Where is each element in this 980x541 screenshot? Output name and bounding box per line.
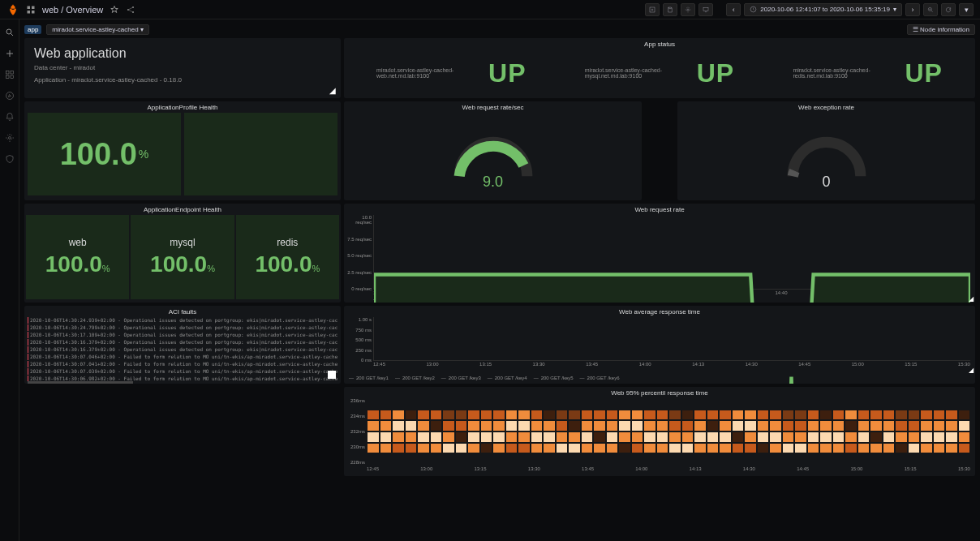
line-chart: [374, 317, 970, 384]
status-value: UP: [905, 58, 942, 88]
explore-icon[interactable]: [5, 91, 15, 101]
faults-log[interactable]: 2020-10-06T14:30:24.939+02:00 - Operatio…: [24, 317, 341, 382]
panel-web-request-rate: Web request rate 10.0 req/sec7.5 req/sec…: [344, 204, 975, 303]
svg-rect-2: [28, 11, 31, 14]
scroll-indicator[interactable]: [328, 371, 336, 379]
panel-resize-handle[interactable]: ◢: [329, 86, 336, 95]
endpoint-bar: mysql100.0%: [131, 215, 234, 299]
status-item: miradot.service-astley-cached-mysql.net.…: [585, 58, 734, 88]
svg-point-12: [6, 29, 11, 34]
status-label: miradot.service-astley-cached-redis.net.…: [793, 67, 898, 79]
svg-point-5: [132, 6, 134, 8]
fault-line: 2020-10-06T14:30:16.379+02:00 - Operatio…: [28, 339, 337, 346]
add-panel-button[interactable]: [645, 3, 660, 16]
plus-icon[interactable]: [5, 49, 15, 58]
horizontal-scrollbar[interactable]: [28, 381, 133, 384]
refresh-button[interactable]: [941, 3, 956, 16]
panel-profile-health: ApplicationProfile Health 100.0 %: [24, 101, 341, 200]
gauge-value: 0: [822, 174, 830, 191]
svg-rect-16: [11, 75, 14, 79]
alert-icon[interactable]: [5, 112, 15, 122]
fault-line: 2020-10-06T14:30:07.039+02:00 - Failed t…: [28, 368, 337, 375]
svg-point-4: [127, 9, 129, 11]
status-value: UP: [697, 58, 734, 88]
search-icon[interactable]: [5, 28, 15, 37]
refresh-interval-button[interactable]: ▾: [959, 3, 974, 16]
svg-rect-1: [32, 6, 35, 9]
panel-95p-response-heatmap: Web 95% percentil response time 236ms234…: [344, 387, 975, 476]
time-range-text: 2020-10-06 12:41:07 to 2020-10-06 15:35:…: [760, 6, 890, 13]
health-value: 100.0: [60, 137, 137, 172]
time-forward-button[interactable]: ›: [905, 3, 920, 16]
endpoint-bar: redis100.0%: [236, 215, 339, 299]
svg-point-8: [687, 9, 689, 11]
breadcrumb[interactable]: web / Overview: [42, 5, 103, 15]
node-info-button[interactable]: ☰ Node information: [907, 24, 975, 35]
svg-rect-13: [6, 71, 9, 75]
webapp-title: Web application: [34, 46, 331, 61]
status-item: miradot.service-astley-cached-redis.net.…: [793, 58, 942, 88]
dashboards-icon[interactable]: [5, 70, 15, 79]
webapp-datacenter: Data center - miradot: [34, 64, 331, 71]
gear-icon[interactable]: [5, 133, 15, 143]
tv-mode-button[interactable]: [698, 3, 713, 16]
panel-resize-handle[interactable]: ◢: [969, 367, 974, 374]
endpoint-bar: web100.0%: [26, 215, 129, 299]
svg-rect-15: [6, 75, 9, 79]
gauge-value: 9.0: [483, 174, 503, 191]
fault-line: 2020-10-06T14:30:07.041+02:00 - Failed t…: [28, 361, 337, 367]
panel-grid-icon[interactable]: [26, 5, 36, 15]
health-unit: %: [139, 148, 148, 161]
dashboard-main: app miradot.service-astley-cached ▾ ☰ No…: [19, 19, 980, 541]
topbar: web / Overview ‹ 2020-10-06 12:41:07 to …: [0, 0, 980, 19]
area-chart: [374, 215, 970, 303]
webapp-application: Application - miradot.service-astley-cac…: [34, 76, 331, 84]
svg-rect-14: [11, 71, 14, 75]
star-icon[interactable]: [110, 5, 119, 15]
fault-line: 2020-10-06T14:30:24.939+02:00 - Operatio…: [28, 317, 337, 324]
shield-icon[interactable]: [5, 154, 15, 164]
status-value: UP: [488, 58, 526, 88]
grafana-logo-icon: [6, 3, 19, 16]
settings-button[interactable]: [681, 3, 695, 16]
save-button[interactable]: [663, 3, 677, 16]
panel-title: Web request rate/sec: [344, 101, 642, 113]
zoom-out-button[interactable]: [923, 3, 938, 16]
fault-line: 2020-10-06T14:30:24.799+02:00 - Operatio…: [28, 324, 337, 331]
status-label: miradot.service-astley-cached-mysql.net.…: [585, 67, 690, 79]
heatmap-grid: [367, 398, 970, 465]
panel-request-rate-gauge: Web request rate/sec 9.0: [344, 101, 642, 200]
svg-rect-3: [32, 11, 35, 14]
panel-aci-faults: ACI faults 2020-10-06T14:30:24.939+02:00…: [24, 306, 341, 384]
panel-title: ApplicationProfile Health: [24, 101, 341, 113]
variable-select[interactable]: miradot.service-astley-cached ▾: [46, 24, 148, 35]
panel-title: App status: [344, 38, 975, 49]
clock-icon: [750, 6, 757, 13]
panel-title: Web average response time: [344, 306, 975, 317]
share-icon[interactable]: [126, 5, 135, 15]
status-label: miradot.service-astley-cached-web.net.md…: [376, 67, 482, 79]
svg-rect-9: [703, 7, 708, 11]
time-range-picker[interactable]: 2020-10-06 12:41:07 to 2020-10-06 15:35:…: [744, 3, 902, 16]
panel-resize-handle[interactable]: ◢: [969, 295, 974, 303]
panel-title: ACI faults: [24, 306, 341, 317]
panel-title: ApplicationEndpoint Health: [24, 204, 341, 215]
svg-point-6: [132, 11, 134, 13]
fault-line: 2020-10-06T14:30:17.109+02:00 - Operatio…: [28, 332, 337, 338]
panel-title: Web exception rate: [677, 101, 975, 113]
panel-title: Web 95% percentil response time: [344, 387, 975, 398]
fault-line: 2020-10-06T14:30:16.379+02:00 - Operatio…: [28, 346, 337, 353]
svg-rect-0: [28, 6, 31, 9]
panel-endpoint-health: ApplicationEndpoint Health web100.0%mysq…: [24, 204, 341, 303]
variable-label: app: [24, 25, 41, 34]
panel-web-application: Web application Data center - miradot Ap…: [24, 38, 341, 98]
sidebar: [0, 19, 19, 541]
fault-line: 2020-10-06T14:30:07.046+02:00 - Failed t…: [28, 354, 337, 360]
time-back-button[interactable]: ‹: [726, 3, 741, 16]
panel-title: Web request rate: [344, 204, 975, 215]
panel-exception-rate-gauge: Web exception rate 0: [677, 101, 975, 200]
svg-point-18: [8, 137, 11, 140]
panel-avg-response-time: Web average response time 1.00 s750 ms50…: [344, 306, 975, 384]
status-item: miradot.service-astley-cached-web.net.md…: [376, 58, 526, 88]
panel-app-status: App status miradot.service-astley-cached…: [344, 38, 975, 98]
